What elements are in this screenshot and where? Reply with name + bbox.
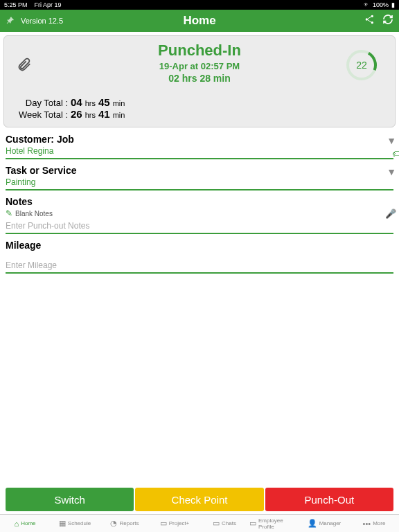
more-icon: ••• xyxy=(363,520,371,528)
customer-section[interactable]: Customer: Job ▼ Hotel Regina 🏷 xyxy=(0,131,399,159)
task-section[interactable]: Task or Service ▼ Painting xyxy=(0,162,399,190)
folder-icon: ▭ xyxy=(160,519,167,528)
tag-icon[interactable]: 🏷 xyxy=(392,149,399,159)
tab-home[interactable]: ⌂Home xyxy=(0,515,50,532)
blank-notes-text: Blank Notes xyxy=(15,210,53,218)
day-min: 45 xyxy=(98,96,110,108)
chart-icon: ◔ xyxy=(110,519,117,528)
check-point-button[interactable]: Check Point xyxy=(135,488,263,511)
tab-more[interactable]: •••More xyxy=(349,515,399,532)
switch-button[interactable]: Switch xyxy=(6,488,134,511)
punch-status-title: Punched-In xyxy=(12,42,387,60)
ring-value: 22 xyxy=(345,48,378,82)
punch-out-button[interactable]: Punch-Out xyxy=(265,488,393,511)
share-icon[interactable] xyxy=(364,14,375,28)
punch-duration: 02 hrs 28 min xyxy=(12,73,387,84)
svg-point-2 xyxy=(371,21,373,24)
week-total-label: Week Total : xyxy=(12,109,68,120)
app-header: Version 12.5 Home xyxy=(0,10,399,32)
chat-icon: ▭ xyxy=(213,519,220,528)
battery-icon: ▮ xyxy=(391,1,395,8)
tab-chats[interactable]: ▭Chats xyxy=(200,515,249,532)
notes-input[interactable]: Enter Punch-out Notes xyxy=(6,220,393,234)
battery-percent: 100% xyxy=(373,1,389,8)
week-hrs: 26 xyxy=(71,108,82,120)
notes-label: Notes xyxy=(6,193,393,207)
bottom-tab-bar: ⌂Home ▦Schedule ◔Reports ▭Project+ ▭Chat… xyxy=(0,514,399,532)
tab-schedule[interactable]: ▦Schedule xyxy=(50,515,100,532)
status-date: Fri Apr 19 xyxy=(35,1,62,8)
chevron-down-icon[interactable]: ▼ xyxy=(387,135,396,146)
mileage-input[interactable]: Enter Mileage xyxy=(6,259,393,274)
profile-icon: ▭ xyxy=(249,519,256,528)
svg-point-0 xyxy=(366,18,368,20)
chevron-down-icon[interactable]: ▼ xyxy=(387,166,396,177)
customer-value: Hotel Regina xyxy=(6,145,393,159)
week-min: 41 xyxy=(98,108,110,120)
calendar-icon: ▦ xyxy=(59,519,66,528)
tab-profile[interactable]: ▭Employee Profile xyxy=(249,515,299,532)
action-buttons: Switch Check Point Punch-Out xyxy=(6,488,393,511)
pencil-icon[interactable]: ✎ xyxy=(6,209,12,218)
punch-datetime: 19-Apr at 02:57 PM xyxy=(12,61,387,71)
day-hrs: 04 xyxy=(71,96,82,108)
progress-ring: 22 xyxy=(345,48,378,82)
task-label: Task or Service xyxy=(6,162,393,176)
device-status-bar: 5:25 PM Fri Apr 19 ᯤ 100% ▮ xyxy=(0,0,399,10)
tab-manager[interactable]: 👤Manager xyxy=(299,515,349,532)
status-time: 5:25 PM xyxy=(4,1,28,8)
punch-status-card: Punched-In 19-Apr at 02:57 PM 02 hrs 28 … xyxy=(3,35,396,127)
mileage-section: Mileage Enter Mileage xyxy=(0,237,399,274)
svg-point-1 xyxy=(371,15,373,17)
attachment-icon[interactable] xyxy=(17,57,32,76)
refresh-icon[interactable] xyxy=(382,14,393,28)
day-total-label: Day Total : xyxy=(12,98,68,108)
person-icon: 👤 xyxy=(308,519,317,528)
version-label: Version 12.5 xyxy=(21,17,63,25)
microphone-icon[interactable]: 🎤 xyxy=(385,209,396,219)
home-icon: ⌂ xyxy=(15,520,19,528)
totals-block: Day Total : 04 hrs 45 min Week Total : 2… xyxy=(12,96,387,120)
mileage-label: Mileage xyxy=(6,237,393,251)
notes-section: Notes ✎ Blank Notes 🎤 Enter Punch-out No… xyxy=(0,193,399,234)
pin-icon[interactable] xyxy=(6,15,17,26)
tab-reports[interactable]: ◔Reports xyxy=(100,515,150,532)
customer-label: Customer: Job xyxy=(6,131,393,145)
wifi-icon: ᯤ xyxy=(364,1,370,8)
task-value: Painting xyxy=(6,176,393,190)
tab-project[interactable]: ▭Project+ xyxy=(150,515,200,532)
